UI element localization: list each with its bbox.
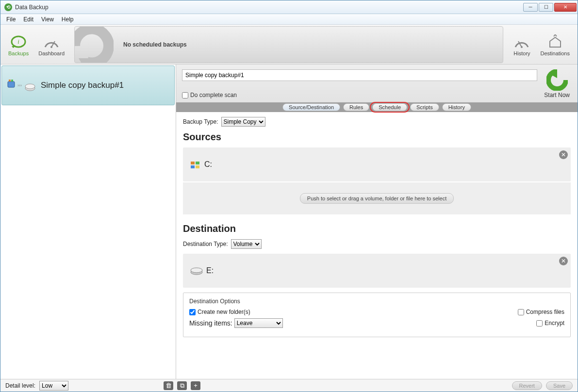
remove-source-button[interactable]: ✕ [559,150,568,159]
menu-help[interactable]: Help [58,15,78,24]
destination-type-label: Destination Type: [183,241,228,247]
window-title: Data Backup [15,4,523,11]
source-drive-label: C: [204,160,212,169]
dropzone-text[interactable]: Push to select or drag a volume, folder … [300,193,454,204]
add-button[interactable]: + [191,381,200,390]
start-now-icon [546,69,568,91]
app-window: ⟲ Data Backup ─ ☐ ✕ File Edit View Help … [0,0,578,392]
destination-box: ✕ E: [183,254,571,288]
save-button[interactable]: Save [546,381,573,390]
destination-heading: Destination [183,223,571,234]
sidebar-item-label: Simple copy backup#1 [41,81,124,90]
windows-drive-icon [190,159,201,170]
dashboard-icon [43,33,60,50]
backup-type-label: Backup Type: [183,118,218,125]
dashboard-button[interactable]: Dashboard [35,31,67,58]
destination-options: Destination Options Create new folder(s)… [183,293,571,337]
destinations-label: Destinations [540,50,570,56]
create-folders-checkbox[interactable] [189,309,196,315]
svg-rect-6 [8,82,15,87]
close-button[interactable]: ✕ [554,3,577,12]
svg-point-3 [50,46,52,48]
titlebar: ⟲ Data Backup ─ ☐ ✕ [0,0,578,14]
statusbar: Detail level: Low 🗑 ⧉ + Revert Save [0,379,578,392]
tab-source-destination[interactable]: Source/Destination [282,103,340,111]
complete-scan-label: Do complete scan [190,92,237,98]
svg-point-11 [25,84,35,89]
revert-button[interactable]: Revert [512,381,542,390]
content: Backup Type: Simple Copy Sources ✕ C: [176,112,578,379]
source-dropzone[interactable]: Push to select or drag a volume, folder … [183,182,571,214]
backups-label: Backups [8,50,29,56]
svg-text:›››: ››› [17,83,22,88]
maximize-button[interactable]: ☐ [539,3,553,12]
svg-rect-14 [191,165,195,168]
encrypt-checkbox[interactable] [536,320,543,327]
app-icon: ⟲ [4,3,12,11]
backup-type-select[interactable]: Simple Copy [221,117,265,127]
svg-point-5 [521,46,523,48]
copy-button[interactable]: ⧉ [177,381,187,390]
tab-rules[interactable]: Rules [343,103,369,111]
banner-text: No scheduled backups [123,41,187,48]
menu-file[interactable]: File [2,15,19,24]
svg-rect-15 [196,165,199,168]
missing-items-label: Missing items: [189,319,232,327]
tab-schedule[interactable]: Schedule [372,103,407,111]
backups-button[interactable]: i Backups [5,31,32,58]
body: ››› Simple copy backup#1 Do complete sca… [0,65,578,379]
source-box: ✕ C: [183,147,571,181]
destination-options-title: Destination Options [189,298,564,305]
destination-drive-label: E: [206,266,214,275]
disk-drive-icon [190,266,203,276]
window-controls: ─ ☐ ✕ [523,3,577,12]
banner: No scheduled backups [74,26,503,63]
minimize-button[interactable]: ─ [523,3,538,12]
sidebar-item-backup[interactable]: ››› Simple copy backup#1 [1,65,175,105]
start-now-button[interactable]: Start Now [542,69,572,98]
destinations-button[interactable]: Destinations [537,31,573,58]
history-icon [513,33,530,50]
banner-arrow-icon [74,26,114,63]
create-folders-label: Create new folder(s) [198,309,250,315]
menubar: File Edit View Help [0,14,578,25]
header-area: Do complete scan Start Now [176,65,578,102]
svg-rect-8 [11,80,13,82]
toolbar: i Backups Dashboard No scheduled backups… [0,25,578,65]
destination-type-select[interactable]: Volume [231,239,262,249]
history-button[interactable]: History [510,31,533,58]
menu-view[interactable]: View [37,15,58,24]
svg-text:i: i [17,38,19,45]
detail-level-label: Detail level: [5,382,35,389]
backup-name-input[interactable] [182,69,537,81]
backups-icon: i [10,33,27,50]
remove-destination-button[interactable]: ✕ [559,257,568,265]
menu-edit[interactable]: Edit [19,15,37,24]
compress-checkbox[interactable] [518,309,524,315]
delete-button[interactable]: 🗑 [164,381,173,390]
tabstrip: Source/Destination Rules Schedule Script… [176,102,578,112]
sidebar: ››› Simple copy backup#1 [0,65,176,379]
history-label: History [513,50,530,56]
svg-rect-12 [191,162,195,164]
svg-rect-7 [9,80,11,82]
backup-flow-icon: ››› [7,77,36,94]
start-now-label: Start Now [544,92,570,98]
main-pane: Do complete scan Start Now Source/Destin… [176,65,578,379]
destinations-icon [546,33,564,50]
detail-level-select[interactable]: Low [39,381,68,391]
encrypt-label: Encrypt [545,320,564,327]
missing-items-select[interactable]: Leave [234,318,283,328]
tab-history[interactable]: History [442,103,471,111]
sources-heading: Sources [183,131,571,143]
dashboard-label: Dashboard [38,50,65,56]
svg-rect-13 [196,162,199,164]
compress-label: Compress files [526,309,564,315]
complete-scan-checkbox[interactable] [182,92,188,98]
svg-point-17 [191,268,202,273]
tab-scripts[interactable]: Scripts [410,103,439,111]
